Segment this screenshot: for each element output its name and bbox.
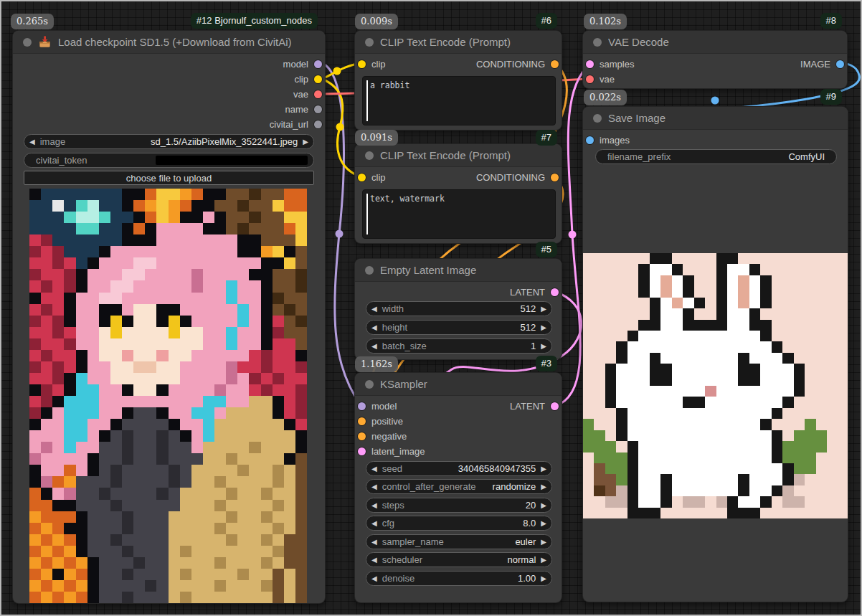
conditioning-port-dot[interactable] (551, 60, 559, 68)
node-title-bar[interactable]: KSampler (355, 373, 562, 396)
checkpoint-preview-image (29, 189, 307, 603)
output-latent[interactable]: LATENT (510, 399, 559, 413)
input-clip[interactable]: clip (358, 170, 386, 184)
string-port-dot[interactable] (314, 105, 322, 113)
combo-left-arrow-icon[interactable]: ◀ (366, 519, 382, 527)
input-model[interactable]: model (358, 399, 397, 413)
combo-right-arrow-icon[interactable]: ▶ (536, 538, 551, 546)
output-model[interactable]: model (283, 57, 322, 71)
output-civitai-url[interactable]: civitai_url (270, 117, 322, 131)
node-id-badge: #12 Bjornulf_custom_nodes (191, 13, 318, 29)
output-conditioning[interactable]: CONDITIONING (476, 170, 559, 184)
vae-port-dot[interactable] (586, 75, 594, 83)
prompt-textarea[interactable]: text, watermark (362, 189, 556, 239)
latent-port-dot[interactable] (551, 402, 559, 410)
text-caret (366, 80, 368, 121)
latent-port-dot[interactable] (551, 288, 559, 296)
choose-file-button[interactable]: choose file to upload (24, 171, 314, 185)
combo-right-arrow-icon[interactable]: ▶ (298, 138, 313, 146)
seed-widget[interactable]: ◀ seed 340465840947355 ▶ (366, 461, 552, 476)
clip-port-dot[interactable] (314, 75, 322, 83)
combo-left-arrow-icon[interactable]: ◀ (366, 323, 382, 331)
civitai-token-field[interactable]: civitai_token (24, 153, 314, 168)
combo-right-arrow-icon[interactable]: ▶ (536, 574, 551, 582)
combo-left-arrow-icon[interactable]: ◀ (366, 556, 382, 564)
output-conditioning[interactable]: CONDITIONING (476, 57, 559, 71)
conditioning-port-dot[interactable] (551, 174, 559, 181)
filename-prefix-widget[interactable]: filename_prefix ComfyUI (595, 149, 837, 164)
output-image[interactable]: IMAGE (800, 57, 844, 71)
clip-port-dot[interactable] (358, 60, 366, 68)
node-clip-text-encode-negative[interactable]: CLIP Text Encode (Prompt) clip CONDITION… (354, 143, 562, 244)
combo-right-arrow-icon[interactable]: ▶ (536, 519, 551, 527)
node-load-checkpoint[interactable]: Load checkpoint SD1.5 (+Download from Ci… (12, 30, 326, 604)
combo-left-arrow-icon[interactable]: ◀ (366, 305, 382, 313)
input-vae[interactable]: vae (586, 72, 615, 86)
output-latent[interactable]: LATENT (510, 285, 559, 299)
timing-badge: 0.102s (584, 14, 627, 29)
latent-port-dot[interactable] (586, 60, 594, 68)
node-clip-text-encode-positive[interactable]: CLIP Text Encode (Prompt) clip CONDITION… (354, 30, 562, 131)
node-id-badge: #6 (536, 13, 557, 29)
text-caret (366, 194, 368, 234)
sampler-name-widget[interactable]: ◀ sampler_name euler ▶ (366, 534, 552, 549)
control-after-generate-widget[interactable]: ◀ control_after_generate randomize ▶ (366, 479, 552, 494)
combo-left-arrow-icon[interactable]: ◀ (366, 342, 382, 350)
width-widget[interactable]: ◀ width 512 ▶ (366, 301, 552, 316)
image-port-dot[interactable] (586, 136, 594, 144)
conditioning-port-dot[interactable] (358, 432, 366, 440)
batch-size-widget[interactable]: ◀ batch_size 1 ▶ (366, 338, 552, 354)
height-widget[interactable]: ◀ height 512 ▶ (366, 320, 552, 335)
input-latent-image[interactable]: latent_image (358, 444, 425, 458)
output-name[interactable]: name (285, 102, 322, 116)
combo-left-arrow-icon[interactable]: ◀ (366, 501, 382, 509)
input-clip[interactable]: clip (358, 57, 386, 71)
clip-port-dot[interactable] (358, 174, 366, 181)
node-title-bar[interactable]: CLIP Text Encode (Prompt) (355, 144, 562, 167)
input-images[interactable]: images (586, 133, 630, 147)
node-vae-decode[interactable]: VAE Decode samples vae IMAGE (582, 30, 848, 89)
combo-right-arrow-icon[interactable]: ▶ (536, 323, 551, 331)
cfg-widget[interactable]: ◀ cfg 8.0 ▶ (366, 516, 552, 531)
combo-left-arrow-icon[interactable]: ◀ (366, 538, 382, 546)
combo-right-arrow-icon[interactable]: ▶ (536, 465, 551, 473)
combo-left-arrow-icon[interactable]: ◀ (366, 574, 382, 582)
combo-right-arrow-icon[interactable]: ▶ (536, 501, 551, 509)
combo-right-arrow-icon[interactable]: ▶ (536, 342, 551, 350)
node-empty-latent-image[interactable]: Empty Latent Image LATENT ◀ width 512 ▶ … (354, 258, 562, 360)
denoise-widget[interactable]: ◀ denoise 1.00 ▶ (366, 571, 552, 586)
node-title-bar[interactable]: Empty Latent Image (355, 259, 562, 282)
node-title-bar[interactable]: Save Image (583, 107, 848, 130)
output-clip[interactable]: clip (294, 72, 322, 86)
latent-port-dot[interactable] (358, 447, 366, 455)
conditioning-port-dot[interactable] (358, 417, 366, 425)
prompt-textarea[interactable]: a rabbit (362, 76, 556, 125)
node-title-bar[interactable]: CLIP Text Encode (Prompt) (355, 31, 562, 54)
node-save-image[interactable]: Save Image images filename_prefix ComfyU… (582, 106, 848, 602)
node-status-dot (593, 114, 602, 123)
combo-left-arrow-icon[interactable]: ◀ (366, 483, 382, 491)
input-positive[interactable]: positive (358, 414, 403, 428)
inbox-download-icon (38, 35, 52, 49)
string-port-dot[interactable] (314, 120, 322, 128)
combo-right-arrow-icon[interactable]: ▶ (536, 483, 551, 491)
output-vae[interactable]: vae (293, 87, 322, 101)
image-combo-widget[interactable]: ◀ image sd_1.5/AziibPixelMix_3522441.jpe… (24, 134, 314, 149)
vae-port-dot[interactable] (314, 90, 322, 98)
input-samples[interactable]: samples (586, 57, 634, 71)
image-port-dot[interactable] (836, 60, 844, 68)
node-title-bar[interactable]: Load checkpoint SD1.5 (+Download from Ci… (13, 31, 325, 54)
node-title-bar[interactable]: VAE Decode (583, 31, 847, 54)
steps-widget[interactable]: ◀ steps 20 ▶ (366, 498, 552, 513)
combo-left-arrow-icon[interactable]: ◀ (366, 465, 382, 473)
input-negative[interactable]: negative (358, 429, 407, 443)
node-graph-canvas[interactable]: 0.265s #12 Bjornulf_custom_nodes Load ch… (0, 0, 862, 616)
node-ksampler[interactable]: KSampler model positive negative latent_… (354, 372, 562, 603)
model-port-dot[interactable] (314, 60, 322, 68)
combo-left-arrow-icon[interactable]: ◀ (24, 138, 40, 146)
scheduler-widget[interactable]: ◀ scheduler normal ▶ (366, 552, 552, 567)
redacted-token-value (156, 156, 308, 165)
combo-right-arrow-icon[interactable]: ▶ (536, 305, 551, 313)
model-port-dot[interactable] (358, 402, 366, 410)
combo-right-arrow-icon[interactable]: ▶ (536, 556, 551, 564)
